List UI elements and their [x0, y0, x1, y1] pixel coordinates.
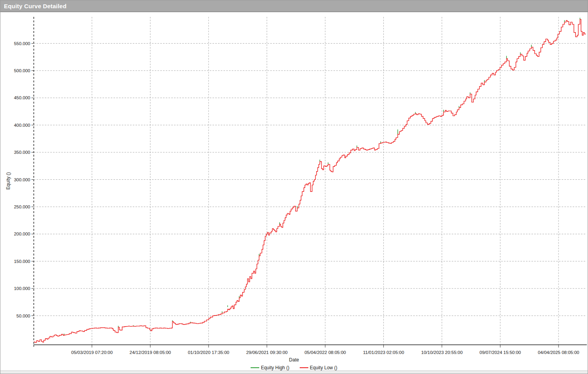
chart-area[interactable]: 50.000100.000150.000200.000250.000300.00… [0, 0, 588, 374]
svg-text:150.000: 150.000 [14, 259, 30, 264]
svg-text:50.000: 50.000 [16, 314, 30, 318]
svg-text:400.000: 400.000 [14, 123, 30, 128]
svg-text:05/03/2019 07:20:00: 05/03/2019 07:20:00 [71, 350, 113, 355]
x-tick-labels: 05/03/2019 07:20:0024/12/2019 08:05:0001… [71, 350, 579, 355]
equity-chart-svg: 50.000100.000150.000200.000250.000300.00… [0, 0, 588, 374]
svg-text:01/10/2020 17:35:00: 01/10/2020 17:35:00 [188, 350, 229, 355]
legend-label-equity-high: Equity High () [261, 365, 289, 370]
svg-text:10/10/2023 20:55:00: 10/10/2023 20:55:00 [421, 350, 463, 355]
svg-text:29/06/2021 09:30:00: 29/06/2021 09:30:00 [246, 350, 288, 355]
svg-text:200.000: 200.000 [14, 232, 30, 236]
window-titlebar[interactable]: Equity Curve Detailed [0, 0, 588, 12]
equity-curve-window: Equity Curve Detailed 50.000100.000150.0… [0, 0, 588, 374]
svg-text:550.000: 550.000 [14, 41, 30, 46]
svg-text:300.000: 300.000 [14, 177, 30, 182]
svg-text:500.000: 500.000 [14, 68, 30, 73]
svg-text:09/07/2024 15:50:00: 09/07/2024 15:50:00 [480, 350, 521, 355]
svg-text:250.000: 250.000 [14, 204, 30, 209]
window-title: Equity Curve Detailed [0, 3, 66, 9]
x-axis-title: Date [0, 357, 588, 363]
svg-text:450.000: 450.000 [14, 95, 30, 100]
svg-text:24/12/2019 08:05:00: 24/12/2019 08:05:00 [130, 350, 171, 355]
window-bottom-edge [0, 370, 588, 374]
svg-text:100.000: 100.000 [14, 286, 30, 291]
axes [33, 17, 587, 347]
equity-low-line-marker [300, 367, 308, 368]
y-tick-labels: 50.000100.000150.000200.000250.000300.00… [14, 41, 30, 318]
y-axis-title: Equity () [5, 157, 11, 204]
equity-high-line-marker [251, 367, 259, 368]
legend-item-equity-low[interactable]: Equity Low () [300, 365, 337, 370]
svg-text:350.000: 350.000 [14, 150, 30, 155]
svg-text:04/04/2025 08:05:00: 04/04/2025 08:05:00 [538, 350, 579, 355]
legend-label-equity-low: Equity Low () [310, 365, 337, 370]
gridlines [34, 17, 586, 345]
equity-low-line [34, 19, 586, 342]
svg-text:05/04/2022 08:05:00: 05/04/2022 08:05:00 [304, 350, 346, 355]
legend-item-equity-high[interactable]: Equity High () [251, 365, 289, 370]
svg-text:11/01/2023 02:05:00: 11/01/2023 02:05:00 [363, 350, 404, 355]
